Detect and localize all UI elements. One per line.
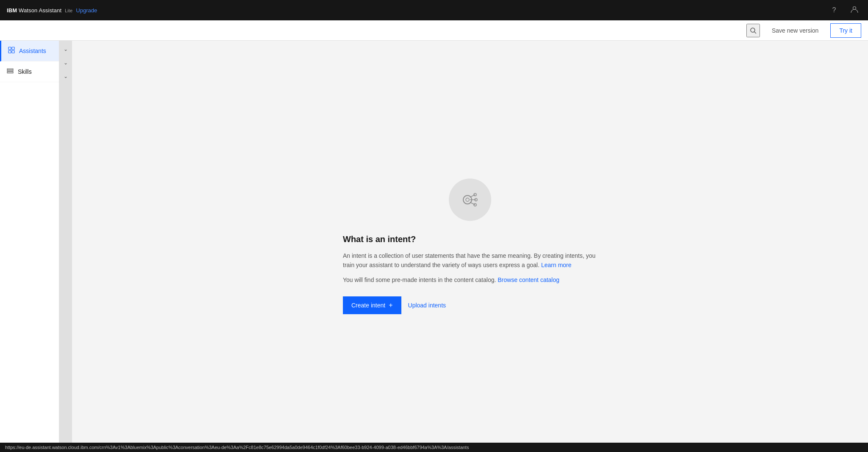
upload-intents-button[interactable]: Upload intents [408,302,446,309]
svg-rect-8 [7,70,13,72]
status-bar: https://eu-de.assistant.watson.cloud.ibm… [0,443,868,452]
svg-rect-5 [8,50,11,53]
create-intent-button[interactable]: Create intent + [343,296,401,314]
top-nav-left: IBM Watson Assistant Lite Upgrade [7,7,97,14]
ibm-logo-text: IBM [7,7,17,14]
assistants-icon [8,47,15,55]
chevron-down-1[interactable]: ⌄ [61,44,71,54]
card-description: An intent is a collection of user statem… [343,251,597,270]
upgrade-link[interactable]: Upgrade [76,7,97,14]
save-version-button[interactable]: Save new version [767,24,824,37]
chevron-down-3[interactable]: ⌄ [61,71,71,81]
user-profile-button[interactable] [848,3,861,17]
svg-point-11 [466,198,469,201]
sidebar: Assistants Skills [0,41,59,452]
search-button[interactable] [746,24,760,37]
chevron-down-icon-3: ⌄ [64,73,68,79]
plan-label: Lite [65,8,72,13]
action-buttons: Create intent + Upload intents [343,296,597,314]
try-it-button[interactable]: Try it [830,23,861,38]
sidebar-item-skills[interactable]: Skills [0,61,59,82]
catalog-text: You will find some pre-made intents in t… [343,276,496,283]
content-card: What is an intent? An intent is a collec… [343,234,597,314]
side-panel: ⌄ ⌄ ⌄ [59,41,72,452]
sidebar-item-assistants[interactable]: Assistants [0,41,59,61]
create-intent-plus-icon: + [389,301,392,309]
svg-rect-3 [8,47,11,50]
svg-rect-6 [12,50,14,53]
intent-illustration [449,179,491,221]
card-title: What is an intent? [343,234,597,244]
main-layout: Assistants Skills ⌄ ⌄ ⌄ [0,41,868,452]
main-content: What is an intent? An intent is a collec… [72,41,868,452]
svg-rect-9 [7,72,13,73]
chevron-down-2[interactable]: ⌄ [61,58,71,68]
browse-catalog-link[interactable]: Browse content catalog [498,276,559,283]
create-intent-label: Create intent [351,302,385,309]
user-icon [851,6,858,15]
svg-point-1 [751,28,755,32]
card-description-2: You will find some pre-made intents in t… [343,275,597,285]
skills-icon [7,67,14,76]
svg-line-2 [754,32,756,33]
sidebar-item-assistants-label: Assistants [19,47,46,54]
header-bar: Save new version Try it [0,20,868,41]
top-nav: IBM Watson Assistant Lite Upgrade ? [0,0,868,20]
watson-logo-text: Watson Assistant [19,7,61,14]
status-url: https://eu-de.assistant.watson.cloud.ibm… [5,445,469,450]
learn-more-link[interactable]: Learn more [541,262,572,268]
app-logo: IBM Watson Assistant Lite [7,7,72,14]
svg-rect-4 [12,47,14,50]
svg-rect-7 [7,69,13,70]
sidebar-item-skills-label: Skills [18,68,32,75]
top-nav-right: ? [827,3,861,17]
help-icon: ? [832,6,836,14]
chevron-down-icon-2: ⌄ [64,60,68,66]
chevron-down-icon-1: ⌄ [64,46,68,52]
help-button[interactable]: ? [827,3,841,17]
